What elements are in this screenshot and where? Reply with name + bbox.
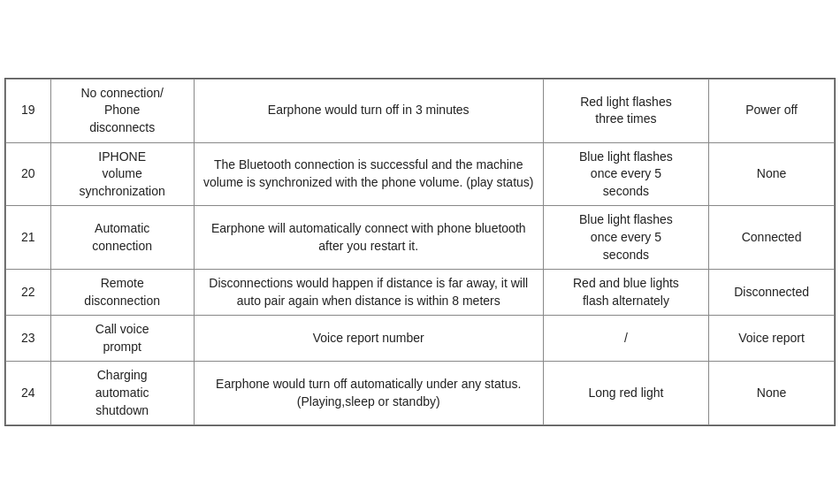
row-status: None [709, 362, 835, 425]
row-state: Charging automatic shutdown [50, 362, 194, 425]
table-row: 20IPHONE volume synchronizationThe Bluet… [6, 142, 835, 206]
row-description: Earphone would turn off automatically un… [194, 362, 543, 425]
row-status: Voice report [709, 316, 835, 362]
row-number: 24 [6, 362, 51, 425]
row-state: Remote disconnection [50, 270, 194, 316]
row-status: Connected [709, 206, 835, 270]
row-description: Voice report number [194, 316, 543, 362]
row-light-indicator: / [543, 316, 708, 362]
row-number: 20 [6, 142, 51, 206]
row-number: 23 [6, 316, 51, 362]
table-row: 24Charging automatic shutdownEarphone wo… [6, 362, 835, 425]
table-row: 23Call voice promptVoice report number/V… [6, 316, 835, 362]
row-light-indicator: Red and blue lights flash alternately [543, 270, 708, 316]
row-number: 21 [6, 206, 51, 270]
row-state: Call voice prompt [50, 316, 194, 362]
row-state: Automatic connection [50, 206, 194, 270]
row-status: None [709, 142, 835, 206]
row-description: The Bluetooth connection is successful a… [194, 142, 543, 206]
row-number: 22 [6, 270, 51, 316]
row-description: Earphone will automatically connect with… [194, 206, 543, 270]
table-row: 19No connection/ Phone disconnectsEarpho… [6, 79, 835, 142]
row-description: Disconnections would happen if distance … [194, 270, 543, 316]
row-status: Disconnected [709, 270, 835, 316]
row-light-indicator: Long red light [543, 362, 708, 425]
table-row: 21Automatic connectionEarphone will auto… [6, 206, 835, 270]
row-state: No connection/ Phone disconnects [50, 79, 194, 142]
status-table: 19No connection/ Phone disconnectsEarpho… [5, 79, 835, 426]
row-light-indicator: Red light flashes three times [543, 79, 708, 142]
row-status: Power off [709, 79, 835, 142]
row-light-indicator: Blue light flashes once every 5 seconds [543, 206, 708, 270]
main-table-wrapper: 19No connection/ Phone disconnectsEarpho… [4, 78, 836, 427]
table-row: 22Remote disconnectionDisconnections wou… [6, 270, 835, 316]
row-number: 19 [6, 79, 51, 142]
row-description: Earphone would turn off in 3 minutes [194, 79, 543, 142]
row-light-indicator: Blue light flashes once every 5 seconds [543, 142, 708, 206]
row-state: IPHONE volume synchronization [50, 142, 194, 206]
